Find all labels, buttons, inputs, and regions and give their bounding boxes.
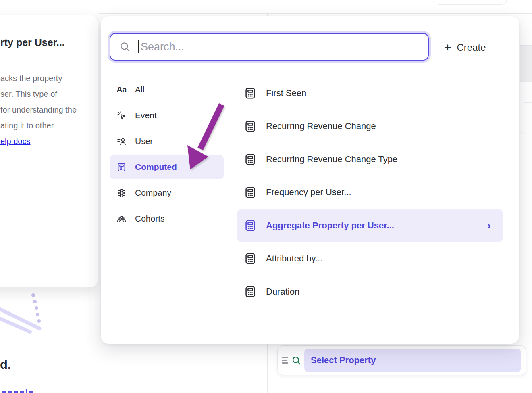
tooltip-body-line: for understanding the <box>0 102 77 118</box>
property-item-duration[interactable]: Duration <box>237 275 503 308</box>
calculator-icon <box>243 219 257 232</box>
property-description-tooltip: rty per User... acks the property ser. T… <box>0 15 98 288</box>
header-divider-line <box>99 13 532 14</box>
property-label: Duration <box>266 286 299 297</box>
property-label: Attributed by... <box>266 253 322 264</box>
category-item-computed[interactable]: Computed <box>110 155 224 179</box>
tooltip-title: rty per User... <box>0 37 65 48</box>
category-label: Company <box>135 188 171 198</box>
calculator-icon <box>243 186 257 199</box>
property-list: First Seen Recurring Revenue Change <box>237 77 503 308</box>
tooltip-body-line: ser. This type of <box>0 86 77 102</box>
category-item-cohorts[interactable]: Cohorts <box>110 207 224 231</box>
plus-icon: + <box>444 42 451 54</box>
decorative-dot <box>36 313 39 316</box>
property-picker-popover: + Create Aa All Event <box>101 16 519 344</box>
decorative-dot <box>31 293 35 297</box>
select-property-button[interactable]: Select Property <box>304 349 521 372</box>
tooltip-body-line: acks the property <box>0 71 77 86</box>
property-item-aggregate-property-per-user[interactable]: Aggregate Property per User... › <box>237 209 503 242</box>
help-docs-link[interactable]: elp docs <box>0 134 31 149</box>
calculator-icon <box>116 162 127 172</box>
right-edge-gray-panel <box>520 45 532 82</box>
property-label: Aggregate Property per User... <box>266 220 394 231</box>
right-edge-card-fragment <box>520 102 532 134</box>
category-label: Event <box>135 111 157 120</box>
search-icon <box>291 355 301 366</box>
search-input[interactable] <box>141 34 428 60</box>
property-label: Recurring Revenue Change Type <box>266 154 397 165</box>
category-item-all[interactable]: Aa All <box>110 77 224 102</box>
clipped-heading-fragment: d. <box>0 357 11 372</box>
category-item-company[interactable]: Company <box>110 181 224 205</box>
app-background: d. rty per User... acks the property ser… <box>0 0 532 393</box>
calculator-icon <box>243 252 257 265</box>
calculator-icon <box>243 120 257 133</box>
decorative-dot <box>37 319 41 323</box>
category-item-user[interactable]: User <box>110 129 224 153</box>
cohorts-people-icon <box>116 214 127 224</box>
category-item-event[interactable]: Event <box>110 103 224 128</box>
event-cursor-icon <box>116 111 127 121</box>
create-button-label: Create <box>457 42 486 53</box>
text-format-aa-icon: Aa <box>116 85 127 94</box>
property-item-attributed-by[interactable]: Attributed by... <box>237 242 503 275</box>
calculator-icon <box>243 153 257 166</box>
property-item-frequency-per-user[interactable]: Frequency per User... <box>237 176 503 209</box>
category-label: Computed <box>135 162 177 172</box>
property-label: Recurring Revenue Change <box>266 121 376 132</box>
popover-divider <box>230 73 230 342</box>
select-property-label: Select Property <box>311 355 376 366</box>
category-label: User <box>135 136 153 146</box>
property-item-first-seen[interactable]: First Seen <box>237 77 503 110</box>
company-cluster-icon <box>116 188 127 198</box>
category-label: All <box>135 85 144 94</box>
decorative-dot <box>33 300 37 303</box>
search-field[interactable] <box>110 33 429 61</box>
category-list: Aa All Event <box>110 77 224 232</box>
calculator-icon <box>243 87 257 100</box>
chevron-right-icon: › <box>487 220 497 231</box>
tooltip-body: acks the property ser. This type of for … <box>0 71 77 134</box>
calculator-icon <box>243 285 257 298</box>
decorative-dot <box>35 306 38 310</box>
category-label: Cohorts <box>135 214 165 224</box>
property-label: Frequency per User... <box>266 187 351 198</box>
create-button[interactable]: + Create <box>444 40 486 56</box>
property-item-recurring-revenue-change-type[interactable]: Recurring Revenue Change Type <box>237 143 503 176</box>
text-caret <box>138 40 139 53</box>
user-list-icon <box>116 136 127 146</box>
tooltip-body-line: ating it to other <box>0 118 77 134</box>
property-label: First Seen <box>266 88 306 98</box>
search-icon <box>119 41 131 52</box>
partial-card-top-edge <box>434 0 507 5</box>
drag-handle-icon[interactable] <box>282 357 288 364</box>
clipped-link-fragment[interactable] <box>2 389 38 393</box>
property-item-recurring-revenue-change[interactable]: Recurring Revenue Change <box>237 110 503 143</box>
metric-property-row: Select Property <box>277 345 526 375</box>
